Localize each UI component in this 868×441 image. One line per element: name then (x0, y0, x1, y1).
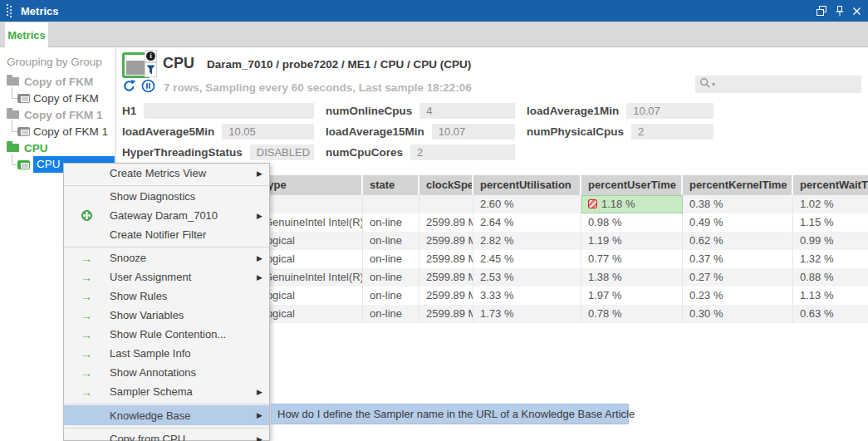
table-cell[interactable]: 1.13 % (793, 287, 868, 305)
metric-field-value[interactable]: 10.07 (626, 103, 714, 119)
info-badge-icon[interactable]: i (145, 50, 157, 62)
context-menu-item[interactable]: Show Rules ▶ (64, 287, 269, 306)
column-header[interactable]: percentKernelTime (683, 175, 793, 195)
refresh-icon[interactable] (122, 79, 136, 96)
table-cell[interactable]: logical (257, 232, 363, 250)
column-header[interactable]: clockSpeed (419, 175, 473, 195)
search-input[interactable] (715, 77, 861, 92)
table-cell[interactable]: 2.60 % (473, 195, 581, 213)
table-cell[interactable]: 0.30 % (683, 305, 793, 323)
table-cell[interactable]: 2599.89 Mhz (419, 213, 473, 232)
column-header[interactable]: percentWaitTime (793, 175, 868, 195)
tree-item[interactable]: CPU (0, 140, 121, 156)
table-cell[interactable]: 2599.89 Mhz (419, 268, 473, 287)
column-header[interactable]: percentUtilisation (473, 175, 581, 195)
column-header[interactable]: type (257, 175, 363, 195)
table-cell[interactable]: logical (257, 287, 363, 305)
metric-field-value[interactable]: 10.05 (222, 124, 314, 140)
context-menu-item[interactable]: Create Notifier Filter ▶ (64, 225, 269, 244)
table-cell[interactable]: 2.64 % (473, 213, 581, 232)
table-cell[interactable]: 2599.89 Mhz (419, 305, 473, 323)
table-cell[interactable]: 0.37 % (683, 250, 793, 268)
float-window-icon[interactable] (815, 4, 828, 17)
table-cell[interactable]: 0.38 % (683, 195, 793, 213)
table-cell[interactable] (419, 195, 473, 213)
context-menu-item[interactable]: Create Metrics View ▶ (64, 164, 269, 183)
table-cell[interactable]: GenuineIntel Intel(R) (257, 268, 363, 287)
table-cell[interactable]: logical (257, 305, 363, 323)
table-cell[interactable]: 1.73 % (473, 305, 581, 323)
search-icon[interactable] (699, 77, 711, 92)
table-cell[interactable]: 1.18 % (581, 195, 683, 213)
window-titlebar[interactable]: Metrics (0, 0, 868, 22)
table-cell[interactable]: GenuineIntel Intel(R) (257, 213, 363, 232)
table-cell[interactable]: on-line (363, 287, 419, 305)
context-menu-item[interactable]: Show Rule Contention... ▶ (64, 325, 269, 344)
knowledge-base-flyout-item[interactable]: How do I define the Sampler name in the … (271, 404, 629, 424)
metric-field-value[interactable]: 10.07 (432, 124, 515, 140)
pause-sampling-icon[interactable] (141, 79, 155, 96)
context-menu-item[interactable]: Sampler Schema ▶ (64, 382, 269, 401)
table-cell[interactable]: 1.32 % (793, 250, 868, 268)
metric-field-value[interactable]: 2 (410, 145, 515, 160)
table-cell[interactable]: on-line (363, 268, 419, 287)
metric-field-value[interactable]: DISABLED (250, 145, 314, 160)
table-cell[interactable]: 2599.89 Mhz (419, 232, 473, 250)
context-menu-item[interactable]: Gateway Daram_7010 ▶ (64, 206, 269, 225)
table-cell[interactable]: 2.82 % (473, 232, 581, 250)
table-cell[interactable]: 2.45 % (473, 250, 581, 268)
tab-metrics[interactable]: Metrics (5, 22, 48, 47)
tree-item[interactable]: Copy of FKM (0, 90, 115, 106)
table-cell[interactable]: 0.27 % (683, 268, 793, 287)
table-cell[interactable]: 0.63 % (793, 305, 868, 323)
context-menu-item[interactable]: Show Diagnostics ▶ (64, 187, 269, 206)
table-cell[interactable]: logical (257, 250, 363, 268)
table-cell[interactable]: 0.98 % (581, 213, 683, 232)
table-cell[interactable]: 1.02 % (793, 195, 868, 213)
table-cell[interactable]: 0.78 % (581, 305, 683, 323)
table-cell[interactable]: on-line (363, 305, 419, 323)
context-menu-item[interactable]: Copy from CPU ▶ (64, 429, 269, 441)
pin-panel-icon[interactable] (832, 4, 846, 17)
submenu-arrow-icon: ▶ (257, 435, 262, 441)
context-menu-item[interactable]: Knowledge Base ▶ (64, 405, 269, 425)
table-cell[interactable]: 2.53 % (473, 268, 581, 287)
snoozed-alert-icon (588, 199, 597, 208)
table-cell[interactable]: 1.97 % (581, 287, 683, 305)
context-menu-item[interactable]: Show Annotations ▶ (64, 363, 269, 382)
table-cell[interactable]: 0.77 % (581, 250, 683, 268)
table-cell[interactable]: 1.38 % (581, 268, 683, 287)
tree-item[interactable]: Copy of FKM (0, 73, 121, 90)
table-cell[interactable]: 1.19 % (581, 232, 683, 250)
table-cell[interactable]: 3.33 % (473, 287, 581, 305)
table-cell[interactable]: 0.88 % (793, 268, 868, 287)
column-header[interactable]: state (363, 175, 419, 195)
table-cell[interactable]: 1.15 % (793, 213, 868, 232)
context-menu-item[interactable]: Last Sample Info ▶ (64, 344, 269, 363)
filter-badge-icon[interactable] (145, 62, 157, 77)
context-menu-item[interactable]: Snooze ▶ (64, 248, 269, 267)
table-cell[interactable]: on-line (363, 250, 419, 268)
table-cell[interactable]: 2599.89 Mhz (419, 250, 473, 268)
table-cell[interactable]: on-line (363, 232, 419, 250)
drag-grip-icon[interactable] (7, 4, 12, 17)
context-menu-item[interactable]: Show Variables ▶ (64, 306, 269, 325)
table-cell[interactable]: 0.23 % (683, 287, 793, 305)
search-box[interactable]: ▾ (695, 76, 861, 93)
context-menu-item[interactable]: User Assignment ▶ (64, 267, 269, 287)
close-panel-icon[interactable] (850, 4, 863, 17)
metric-field-value[interactable] (144, 103, 314, 119)
table-cell[interactable] (363, 195, 419, 213)
table-cell[interactable]: 0.62 % (683, 232, 793, 250)
metric-field-value[interactable]: 2 (631, 124, 714, 140)
table-cell[interactable]: 0.99 % (793, 232, 868, 250)
table-cell[interactable]: on-line (363, 213, 419, 232)
tree-item[interactable]: Copy of FKM 1 (0, 106, 121, 123)
column-header[interactable]: percentUserTime (581, 175, 683, 195)
table-cell[interactable]: 2599.89 Mhz (419, 287, 473, 305)
table-cell[interactable] (257, 195, 363, 213)
table-cell[interactable]: 0.49 % (683, 213, 793, 232)
tree-item[interactable]: Copy of FKM 1 (0, 123, 115, 140)
dataview-icon[interactable]: i (122, 51, 157, 82)
metric-field-value[interactable]: 4 (419, 103, 515, 119)
